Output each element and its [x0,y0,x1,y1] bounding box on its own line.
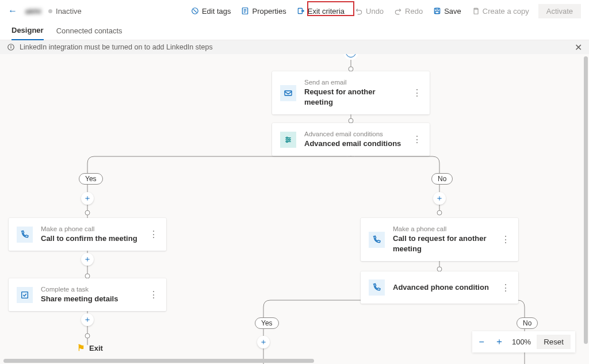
svg-point-21 [85,210,90,215]
node-menu-icon[interactable]: ⋮ [492,234,510,245]
node-type-label: Make a phone call [41,225,137,233]
branch-yes-label[interactable]: Yes [79,173,103,185]
node-call-request[interactable]: Make a phone call Call to request for an… [361,218,518,261]
horizontal-scrollbar[interactable] [3,359,314,363]
node-title: Share meeting details [41,294,118,304]
add-step-button[interactable]: ＋ [81,192,94,205]
activate-button[interactable]: Activate [538,4,581,18]
tab-connected-contacts[interactable]: Connected contacts [56,26,123,40]
properties-icon [241,7,249,15]
svg-rect-9 [435,12,439,14]
node-email-conditions[interactable]: Advanced email conditions Advanced email… [272,123,430,156]
node-type-label: Send an email [304,78,403,87]
zoom-reset-button[interactable]: Reset [537,335,571,349]
add-step-button[interactable]: ＋ [257,336,270,348]
redo-icon [394,7,402,15]
save-button[interactable]: Save [429,5,466,18]
node-menu-icon[interactable]: ⋮ [403,134,422,145]
tab-designer[interactable]: Designer [12,26,44,40]
svg-point-39 [286,141,288,143]
edit-tags-button[interactable]: Edit tags [186,5,236,18]
undo-label: Undo [366,7,384,16]
node-title: Advanced phone condition [393,282,489,293]
svg-point-38 [289,139,290,140]
email-icon [280,85,296,101]
svg-point-15 [349,67,353,71]
svg-point-24 [85,274,90,278]
add-step-button[interactable]: ＋ [81,253,94,266]
back-button[interactable]: ← [8,6,17,16]
add-step-button[interactable]: ＋ [433,192,446,205]
node-type-label: Advanced email conditions [304,130,401,139]
create-copy-label: Create a copy [483,7,529,16]
create-copy-button[interactable]: Create a copy [467,5,534,18]
node-menu-icon[interactable]: ⋮ [140,229,158,240]
node-complete-task[interactable]: Complete a task Share meeting details ⋮ [9,278,166,311]
zoom-in-button[interactable]: ＋ [492,336,506,348]
edit-tags-label: Edit tags [202,7,231,16]
status-dot [48,9,52,13]
undo-icon [355,7,363,15]
task-icon [17,287,33,303]
info-icon [7,43,15,51]
add-step-button[interactable]: ＋ [81,313,94,326]
redo-button[interactable]: Redo [389,5,427,18]
branch-no-label[interactable]: No [431,173,453,185]
node-call-confirm[interactable]: Make a phone call Call to confirm the me… [9,218,166,251]
zoom-toolbar: − ＋ 100% Reset [472,331,575,352]
exit-node[interactable]: ⚑ Exit [77,343,103,353]
svg-point-17 [349,118,353,123]
vertical-scrollbar[interactable] [584,56,588,344]
branch-no-label[interactable]: No [517,317,538,329]
svg-point-29 [437,267,442,271]
zoom-percent: 100% [512,338,531,346]
node-menu-icon[interactable]: ⋮ [403,87,422,98]
undo-button[interactable]: Undo [350,5,388,18]
infobar-text: LinkedIn integration must be turned on t… [20,43,213,51]
svg-point-13 [11,45,12,46]
tag-icon [191,7,199,15]
exit-icon [297,7,305,15]
flow-start-node[interactable] [346,54,356,58]
node-title: Call to request for another meeting [393,233,492,254]
node-title: Request for another meeting [304,87,403,108]
branch-yes-label[interactable]: Yes [255,317,279,329]
svg-rect-8 [436,8,439,10]
exit-criteria-button[interactable]: Exit criteria [292,5,349,18]
node-menu-icon[interactable]: ⋮ [492,282,510,293]
status-text: Inactive [56,7,82,16]
node-menu-icon[interactable]: ⋮ [140,289,158,300]
svg-point-26 [85,334,90,338]
copy-icon [472,7,480,15]
exit-label: Exit [89,344,103,352]
page-title: akhi [25,7,41,16]
node-title: Call to confirm the meeting [41,233,137,244]
exit-criteria-label: Exit criteria [308,7,345,16]
node-phone-condition[interactable]: Advanced phone condition ⋮ [361,271,518,304]
svg-point-27 [437,210,442,215]
node-type-label: Complete a task [41,285,118,294]
save-icon [433,7,441,15]
properties-button[interactable]: Properties [236,5,290,18]
flag-icon: ⚑ [77,343,85,353]
phone-icon [369,279,385,296]
svg-line-1 [193,9,197,13]
svg-rect-10 [474,9,478,14]
infobar-close-icon[interactable]: ✕ [575,42,582,53]
properties-label: Properties [252,7,286,16]
phone-icon [369,232,385,248]
node-title: Advanced email conditions [304,139,401,149]
redo-label: Redo [405,7,423,16]
svg-rect-40 [22,292,28,298]
node-send-email[interactable]: Send an email Request for another meetin… [272,71,430,114]
conditions-icon [280,132,296,148]
zoom-out-button[interactable]: − [477,337,487,347]
svg-point-37 [286,137,288,139]
save-label: Save [444,7,461,16]
phone-icon [17,227,33,243]
svg-rect-33 [285,91,292,95]
flow-canvas[interactable]: Send an email Request for another meetin… [0,54,589,364]
node-type-label: Make a phone call [393,225,492,233]
